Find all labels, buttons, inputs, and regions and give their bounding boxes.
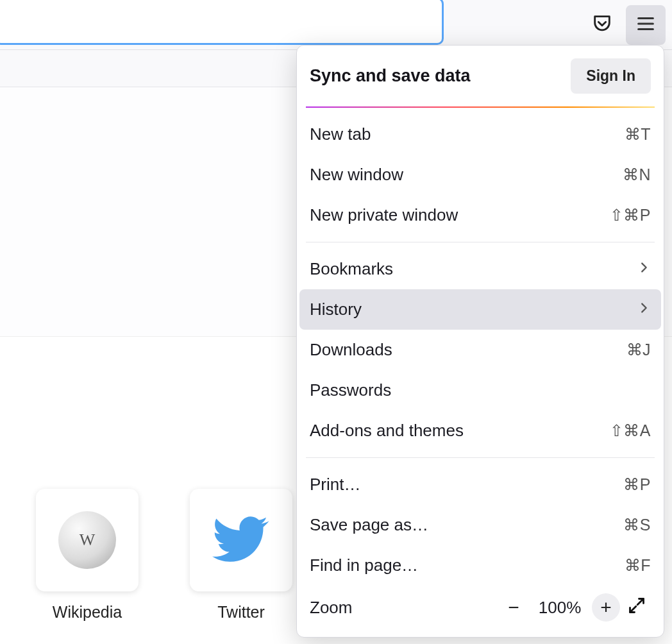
menu-item-shortcut: ⇧⌘P	[610, 206, 651, 225]
top-sites-row: Wikipedia Twitter	[36, 489, 292, 622]
menu-item-label: New private window	[310, 205, 610, 225]
plus-icon: +	[600, 597, 612, 618]
menu-item-addons[interactable]: Add-ons and themes ⇧⌘A	[297, 411, 664, 451]
top-site-tile	[190, 489, 292, 591]
top-site-label: Wikipedia	[53, 603, 122, 622]
menu-item-label: Save page as…	[310, 515, 623, 535]
menu-item-new-window[interactable]: New window ⌘N	[297, 155, 664, 195]
fullscreen-button[interactable]	[623, 593, 651, 622]
fullscreen-icon	[628, 597, 646, 619]
app-menu-button[interactable]	[626, 5, 666, 45]
menu-item-label: History	[310, 300, 637, 319]
menu-item-bookmarks[interactable]: Bookmarks	[297, 249, 664, 289]
menu-item-downloads[interactable]: Downloads ⌘J	[297, 330, 664, 370]
pocket-icon	[591, 13, 613, 37]
menu-sync-header: Sync and save data Sign In	[297, 49, 664, 103]
menu-item-find-in-page[interactable]: Find in page… ⌘F	[297, 545, 664, 586]
menu-item-label: New tab	[310, 124, 625, 144]
menu-item-label: Find in page…	[310, 555, 625, 575]
menu-item-shortcut: ⌘P	[623, 475, 651, 494]
chevron-right-icon	[637, 300, 651, 319]
menu-item-label: Add-ons and themes	[310, 421, 610, 441]
menu-item-new-tab[interactable]: New tab ⌘T	[297, 114, 664, 155]
zoom-out-button[interactable]: −	[500, 593, 528, 622]
menu-item-label: Print…	[310, 475, 623, 495]
menu-item-new-private-window[interactable]: New private window ⇧⌘P	[297, 195, 664, 235]
menu-item-label: Downloads	[310, 340, 626, 360]
app-menu: Sync and save data Sign In New tab ⌘T Ne…	[296, 45, 664, 638]
menu-item-shortcut: ⌘J	[626, 341, 651, 359]
zoom-value: 100%	[534, 598, 585, 618]
sign-in-button[interactable]: Sign In	[571, 58, 651, 94]
hamburger-icon	[635, 13, 657, 37]
wikipedia-icon	[58, 511, 116, 569]
top-site-label: Twitter	[217, 603, 265, 622]
twitter-icon	[212, 510, 270, 570]
minus-icon: −	[508, 597, 519, 618]
menu-item-shortcut: ⌘N	[623, 165, 651, 184]
zoom-label: Zoom	[310, 598, 500, 618]
menu-item-label: Bookmarks	[310, 259, 637, 279]
svg-line-3	[637, 598, 643, 604]
menu-item-shortcut: ⌘S	[623, 516, 651, 534]
menu-zoom-row: Zoom − 100% +	[297, 586, 664, 632]
sync-title: Sync and save data	[310, 66, 571, 86]
menu-item-save-page-as[interactable]: Save page as… ⌘S	[297, 505, 664, 545]
menu-item-shortcut: ⌘F	[625, 556, 651, 575]
top-site-twitter[interactable]: Twitter	[190, 489, 292, 622]
menu-item-label: Passwords	[310, 380, 651, 400]
top-site-tile	[36, 489, 139, 591]
menu-item-passwords[interactable]: Passwords	[297, 370, 664, 411]
menu-separator	[306, 457, 655, 458]
zoom-in-button[interactable]: +	[592, 593, 620, 622]
top-site-wikipedia[interactable]: Wikipedia	[36, 489, 139, 622]
menu-item-shortcut: ⇧⌘A	[610, 421, 651, 440]
browser-toolbar	[0, 0, 672, 50]
gradient-separator	[306, 106, 655, 108]
pocket-button[interactable]	[582, 5, 622, 45]
menu-item-history[interactable]: History	[299, 289, 661, 330]
menu-item-shortcut: ⌘T	[625, 125, 651, 144]
menu-item-label: New window	[310, 165, 623, 185]
svg-line-4	[630, 606, 636, 612]
chevron-right-icon	[637, 259, 651, 279]
url-bar[interactable]	[0, 0, 444, 45]
menu-separator	[306, 242, 655, 242]
menu-item-print[interactable]: Print… ⌘P	[297, 464, 664, 505]
